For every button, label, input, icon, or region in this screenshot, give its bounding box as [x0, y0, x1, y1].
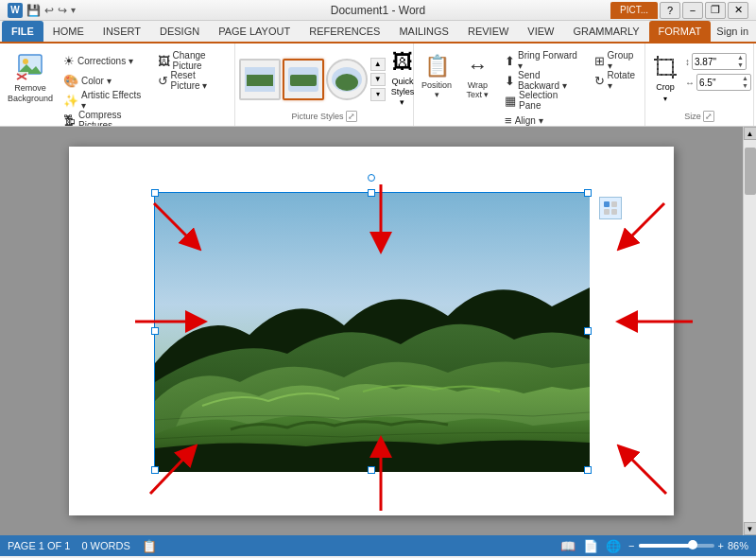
- position-icon: 📋: [424, 54, 450, 78]
- print-layout-icon[interactable]: 📄: [583, 539, 598, 553]
- width-down-arrow[interactable]: ▼: [742, 82, 748, 90]
- styles-scroll-down[interactable]: ▼: [370, 73, 386, 86]
- width-spinbox[interactable]: ▲ ▼: [696, 74, 751, 91]
- zoom-out-btn[interactable]: −: [628, 540, 634, 551]
- color-button[interactable]: 🎨 Color ▾: [59, 71, 149, 90]
- tab-file[interactable]: FILE: [2, 21, 43, 42]
- bring-forward-icon: ⬆: [505, 54, 515, 68]
- quick-styles-button[interactable]: 🖼 QuickStyles ▾: [388, 50, 418, 109]
- handle-bottom-center[interactable]: [368, 466, 375, 474]
- tab-review[interactable]: REVIEW: [458, 21, 518, 42]
- svg-rect-15: [604, 209, 610, 215]
- rotate-handle[interactable]: [368, 174, 375, 182]
- tab-design[interactable]: DESIGN: [150, 21, 209, 42]
- svg-line-19: [625, 203, 664, 243]
- handle-middle-left[interactable]: [151, 327, 159, 335]
- tab-view[interactable]: VIEW: [518, 21, 563, 42]
- arrow-middle-right: [603, 298, 707, 345]
- svg-rect-16: [611, 209, 617, 215]
- group-icon: ⊞: [594, 54, 605, 68]
- tab-mailings[interactable]: MAILINGS: [389, 21, 458, 42]
- crop-icon: [652, 54, 679, 80]
- handle-bottom-left[interactable]: [151, 466, 159, 474]
- height-up-arrow[interactable]: ▲: [737, 54, 744, 61]
- zoom-slider[interactable]: − + 86%: [628, 540, 748, 551]
- picture-styles-group-label: Picture Styles ⤢: [239, 111, 410, 124]
- tab-grammarly[interactable]: GRAMMARLY: [563, 21, 648, 42]
- handle-top-left[interactable]: [151, 189, 159, 197]
- close-btn[interactable]: ✕: [728, 2, 748, 19]
- status-bar: PAGE 1 OF 1 0 WORDS 📋 📖 📄 🌐 − + 86%: [0, 535, 756, 556]
- picture-styles-dialog-launcher[interactable]: ⤢: [346, 111, 357, 122]
- rotate-button[interactable]: ↻ Rotate ▾: [590, 71, 641, 90]
- bring-forward-button[interactable]: ⬆ Bring Forward ▾: [500, 51, 585, 70]
- status-right: 📖 📄 🌐 − + 86%: [560, 539, 748, 553]
- image-container[interactable]: [154, 192, 589, 471]
- handle-top-center[interactable]: [368, 189, 375, 197]
- width-field[interactable]: [699, 78, 735, 88]
- reset-pic-icon: ↺: [158, 74, 168, 88]
- style-preview-1[interactable]: [239, 59, 281, 100]
- web-layout-icon[interactable]: 🌐: [606, 539, 621, 553]
- help-btn[interactable]: ?: [660, 2, 680, 19]
- handle-top-right[interactable]: [584, 189, 592, 197]
- styles-scroll-up[interactable]: ▲: [370, 58, 386, 71]
- height-spinbox[interactable]: ▲ ▼: [692, 53, 747, 70]
- group-button[interactable]: ⊞ Group ▾: [590, 51, 641, 70]
- remove-background-button[interactable]: Remove Background: [6, 47, 55, 108]
- quick-customize[interactable]: ▾: [71, 5, 76, 15]
- wrap-text-button[interactable]: ↔ WrapText ▾: [459, 47, 496, 106]
- vertical-scrollbar[interactable]: ▲ ▼: [743, 127, 756, 535]
- style-preview-3[interactable]: [326, 59, 368, 100]
- landscape-image: [155, 193, 590, 472]
- width-icon: ↔: [685, 78, 695, 88]
- change-picture-button[interactable]: 🖼 Change Picture: [153, 51, 231, 70]
- tab-insert[interactable]: INSERT: [94, 21, 150, 42]
- tab-page-layout[interactable]: PAGE LAYOUT: [209, 21, 300, 42]
- height-down-arrow[interactable]: ▼: [737, 61, 744, 69]
- restore-btn[interactable]: ❐: [705, 2, 726, 19]
- align-button[interactable]: ≡ Align ▾: [500, 111, 585, 127]
- scroll-up-btn[interactable]: ▲: [744, 127, 757, 140]
- quick-redo[interactable]: ↪: [58, 4, 67, 17]
- size-dialog-launcher[interactable]: ⤢: [703, 111, 714, 122]
- reset-picture-button[interactable]: ↺ Reset Picture ▾: [153, 71, 231, 90]
- compress-button[interactable]: 🗜 Compress Pictures: [59, 111, 149, 127]
- crop-button[interactable]: Crop ▾: [649, 49, 681, 108]
- zoom-thumb[interactable]: [688, 540, 697, 549]
- scroll-thumb[interactable]: [745, 148, 756, 195]
- artistic-icon: ✨: [63, 94, 78, 108]
- proofing-icon[interactable]: 📋: [142, 539, 157, 553]
- quick-undo[interactable]: ↩: [44, 4, 54, 17]
- svg-point-10: [335, 74, 358, 91]
- quick-save[interactable]: 💾: [26, 4, 41, 17]
- handle-bottom-right[interactable]: [584, 466, 592, 474]
- minimize-btn[interactable]: −: [682, 2, 703, 19]
- corrections-button[interactable]: ☀ Corrections ▾: [59, 51, 149, 70]
- sign-in[interactable]: Sign in: [709, 21, 756, 42]
- selection-pane-button[interactable]: ▦ Selection Pane: [500, 91, 585, 110]
- ribbon-group-picture-styles: ▲ ▼ ▾ 🖼 QuickStyles ▾ Picture Styles ⤢: [235, 44, 415, 126]
- artistic-effects-button[interactable]: ✨ Artistic Effects ▾: [59, 91, 149, 110]
- tab-home[interactable]: HOME: [43, 21, 94, 42]
- tab-references[interactable]: REFERENCES: [300, 21, 389, 42]
- layout-options-icon[interactable]: [599, 197, 622, 219]
- read-mode-icon[interactable]: 📖: [560, 539, 576, 553]
- width-up-arrow[interactable]: ▲: [742, 75, 748, 82]
- page-info: PAGE 1 OF 1: [8, 540, 70, 551]
- svg-rect-8: [290, 75, 317, 86]
- style-preview-2[interactable]: [283, 59, 324, 100]
- scroll-down-btn[interactable]: ▼: [744, 522, 757, 535]
- handle-middle-right[interactable]: [584, 327, 592, 335]
- send-backward-button[interactable]: ⬇ Send Backward ▾: [500, 71, 585, 90]
- corrections-icon: ☀: [63, 54, 75, 68]
- document-area: [0, 127, 743, 535]
- position-button[interactable]: 📋 Position ▾: [418, 47, 455, 106]
- title-bar-left: W 💾 ↩ ↪ ▾: [8, 3, 76, 18]
- zoom-in-btn[interactable]: +: [718, 540, 724, 551]
- height-field[interactable]: [695, 57, 730, 67]
- tab-format[interactable]: FORMAT: [649, 21, 712, 42]
- zoom-track[interactable]: [639, 544, 714, 548]
- svg-rect-13: [604, 201, 610, 207]
- styles-expand[interactable]: ▾: [370, 88, 386, 101]
